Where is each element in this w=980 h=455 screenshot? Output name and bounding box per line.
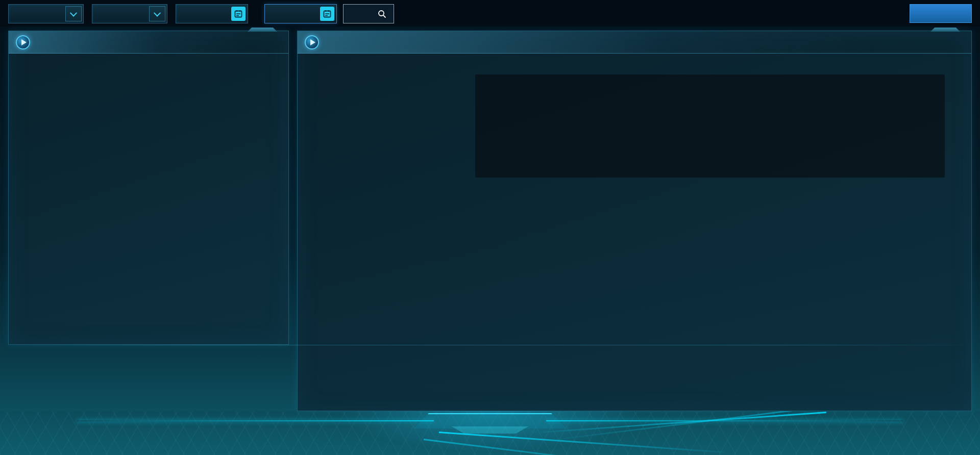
calendar-icon[interactable] — [231, 7, 246, 21]
chevron-down-icon[interactable] — [65, 6, 82, 21]
footer-line-right — [546, 420, 903, 421]
footer-edge-line — [0, 345, 980, 345]
topbar — [0, 0, 980, 27]
plant-select[interactable] — [8, 4, 84, 23]
switch-map-button[interactable] — [910, 4, 972, 23]
play-icon — [16, 35, 30, 49]
device-select[interactable] — [92, 4, 167, 23]
static-panel-header — [9, 31, 288, 54]
chart-tooltip — [475, 74, 945, 178]
footer-center-emblem-inner — [452, 426, 528, 434]
chevron-down-icon[interactable] — [149, 6, 165, 21]
dynamic-info-panel — [297, 31, 972, 411]
footer-center-emblem — [413, 413, 567, 428]
footer-decoration — [0, 411, 980, 455]
dynamic-panel-header — [298, 31, 971, 54]
play-icon — [305, 35, 319, 49]
calendar-icon[interactable] — [320, 7, 334, 21]
static-info-panel — [8, 31, 289, 345]
static-info-sections — [9, 54, 288, 59]
query-button[interactable] — [343, 4, 394, 23]
end-date-input[interactable] — [264, 4, 337, 23]
footer-line-left — [77, 420, 434, 421]
search-icon — [378, 10, 386, 18]
start-date-input[interactable] — [176, 4, 248, 23]
